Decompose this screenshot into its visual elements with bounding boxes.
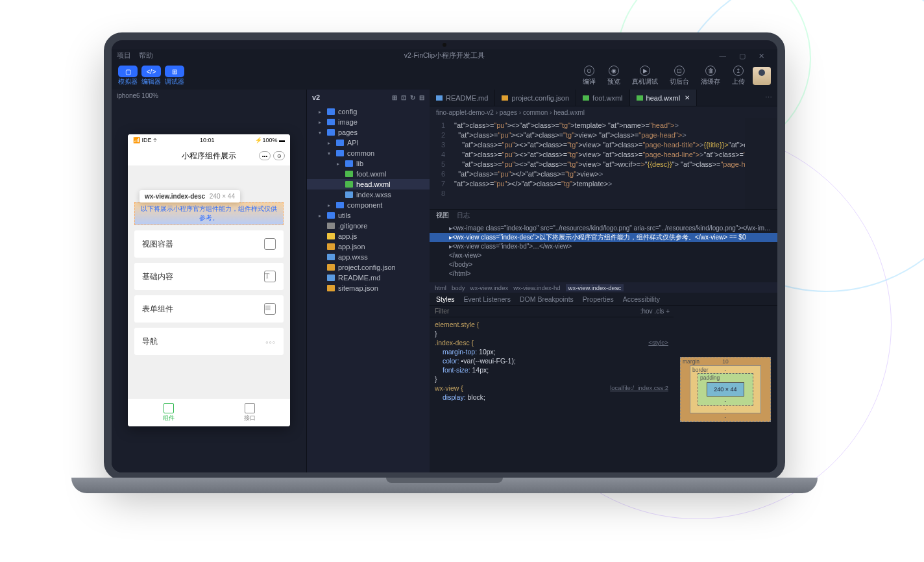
menubar: 项目 帮助 v2-FinClip小程序开发工具 — ▢ ✕	[112, 49, 777, 62]
form-icon	[264, 303, 276, 315]
mode-buttons: ▢ 模拟器 </> 编辑器 ⊞ 调试器	[118, 66, 184, 86]
new-file-icon[interactable]: ⊞	[392, 94, 397, 101]
main-layout: iphone6 100% 📶 IDE ᯤ 10:01 ⚡100% ▬ 小程序组件…	[112, 90, 777, 472]
dom-breadcrumb[interactable]: htmlbodywx-view.indexwx-view.index-hdwx-…	[430, 282, 777, 293]
collapse-icon[interactable]: ⊟	[419, 94, 424, 101]
tab-view[interactable]: 视图	[436, 211, 449, 220]
dom-tree[interactable]: ▸<wx-image class="index-logo" src="../re…	[430, 221, 777, 282]
subtab-dom-breakpoints[interactable]: DOM Breakpoints	[520, 295, 574, 303]
tree-item-foot.wxml[interactable]: foot.wxml	[307, 169, 430, 179]
api-icon	[245, 403, 255, 413]
laptop-base	[71, 478, 818, 493]
subtab-event-listeners[interactable]: Event Listeners	[464, 295, 511, 303]
editor-tab-README.md[interactable]: README.md	[430, 90, 495, 106]
maximize-icon[interactable]: ▢	[739, 52, 746, 60]
subtab-properties[interactable]: Properties	[583, 295, 614, 303]
tree-item-index.wxss[interactable]: index.wxss	[307, 189, 430, 200]
capsule-menu-icon[interactable]: •••	[259, 151, 271, 160]
tree-item-sitemap.json[interactable]: sitemap.json	[307, 283, 430, 293]
debugger-icon: ⊞	[165, 66, 184, 77]
list-item[interactable]: 视图容器	[134, 230, 284, 258]
tool-compile[interactable]: ⊙编译	[583, 66, 596, 86]
phone-statusbar: 📶 IDE ᯤ 10:01 ⚡100% ▬	[128, 134, 290, 146]
status-time: 10:01	[200, 137, 215, 143]
subtab-accessibility[interactable]: Accessibility	[623, 295, 660, 303]
minimap[interactable]	[745, 118, 777, 209]
editor-tab-head.wxml[interactable]: head.wxml✕	[630, 90, 698, 106]
background-icon: ⊡	[674, 66, 685, 76]
tree-item-common[interactable]: ▾common	[307, 148, 430, 158]
dom-crumb[interactable]: wx-view.index	[470, 284, 509, 291]
subtab-styles[interactable]: Styles	[436, 295, 455, 303]
line-gutter: 12345678	[430, 118, 450, 209]
dom-crumb[interactable]: wx-view.index-desc	[566, 284, 624, 291]
editor-panel: README.mdproject.config.jsonfoot.wxmlhea…	[430, 90, 777, 472]
tree-item-head.wxml[interactable]: head.wxml	[307, 179, 430, 189]
dom-crumb[interactable]: wx-view.index-hd	[513, 284, 560, 291]
tree-item-README.md[interactable]: README.md	[307, 273, 430, 283]
devtools-subtabs: Styles Event Listeners DOM Breakpoints P…	[430, 293, 777, 306]
mode-simulator[interactable]: ▢ 模拟器	[118, 66, 138, 86]
tool-preview[interactable]: ◉预览	[607, 66, 620, 86]
user-avatar[interactable]	[753, 67, 771, 85]
tab-api[interactable]: 接口	[209, 398, 290, 426]
breadcrumb[interactable]: fino-applet-demo-v2 › pages › common › h…	[430, 106, 777, 118]
inspected-element[interactable]: 以下将展示小程序官方组件能力，组件样式仅供参考。	[134, 202, 284, 225]
styles-filter-input[interactable]	[430, 308, 637, 315]
phone-mockup: 📶 IDE ᯤ 10:01 ⚡100% ▬ 小程序组件展示 ••• ⊙	[128, 134, 290, 426]
tool-upload[interactable]: ↥上传	[732, 66, 745, 86]
dom-crumb[interactable]: html	[435, 284, 446, 291]
file-tree-panel: v2 ⊞ ⊡ ↻ ⊟ ▸config▸image▾pages▸API▾commo…	[306, 90, 430, 472]
mode-debugger[interactable]: ⊞ 调试器	[165, 66, 184, 86]
menu-help[interactable]: 帮助	[139, 51, 153, 60]
code-body[interactable]: "at">class>="pu"><>"at">class>="tg">temp…	[450, 118, 745, 209]
mode-editor[interactable]: </> 编辑器	[141, 66, 161, 86]
container-icon	[264, 238, 276, 250]
tree-item-project.config.json[interactable]: project.config.json	[307, 262, 430, 273]
tool-background[interactable]: ⊡切后台	[670, 66, 689, 86]
new-folder-icon[interactable]: ⊡	[401, 94, 406, 101]
tree-item-image[interactable]: ▸image	[307, 117, 430, 127]
tabs-more-icon[interactable]: ⋯	[760, 93, 777, 102]
tab-log[interactable]: 日志	[457, 211, 470, 220]
devtools-top-tabs: 视图 日志	[430, 210, 777, 221]
phone-body: wx-view.index-desc 240 × 44 以下将展示小程序官方组件…	[128, 165, 290, 398]
list-item[interactable]: 表单组件	[134, 295, 284, 323]
tool-actions: ⊙编译 ◉预览 ▶真机调试 ⊡切后台 🗑清缓存 ↥上传	[583, 66, 745, 86]
device-info[interactable]: iphone6 100%	[112, 90, 306, 102]
capsule-close-icon[interactable]: ⊙	[273, 151, 285, 160]
tree-item-app.wxss[interactable]: app.wxss	[307, 252, 430, 262]
filter-controls[interactable]: :hov .cls +	[637, 308, 674, 315]
laptop-mockup: 项目 帮助 v2-FinClip小程序开发工具 — ▢ ✕ ▢ 模拟器	[104, 32, 798, 526]
editor-tab-project.config.json[interactable]: project.config.json	[495, 90, 576, 106]
code-editor[interactable]: 12345678 "at">class>="pu"><>"at">class>=…	[430, 118, 777, 209]
tree-item-app.js[interactable]: app.js	[307, 231, 430, 241]
tree-item-config[interactable]: ▸config	[307, 106, 430, 117]
tree-item-utils[interactable]: ▸utils	[307, 210, 430, 221]
css-rules[interactable]: element.style { } <style>.index-desc { m…	[430, 317, 674, 472]
tree-item-lib[interactable]: ▸lib	[307, 158, 430, 169]
dom-crumb[interactable]: body	[452, 284, 465, 291]
simulator-icon: ▢	[118, 66, 138, 77]
tree-item-component[interactable]: ▸component	[307, 200, 430, 210]
tab-components[interactable]: 组件	[128, 398, 209, 426]
list-item[interactable]: 基础内容	[134, 263, 284, 290]
file-tree[interactable]: ▸config▸image▾pages▸API▾common▸lib foot.…	[307, 105, 430, 472]
editor-icon: </>	[141, 66, 161, 77]
tool-clear-cache[interactable]: 🗑清缓存	[701, 66, 720, 86]
box-content-size: 240 × 44	[707, 382, 744, 397]
simulator-panel: iphone6 100% 📶 IDE ᯤ 10:01 ⚡100% ▬ 小程序组件…	[112, 90, 306, 472]
list-item[interactable]: 导航	[134, 328, 284, 355]
editor-tab-foot.wxml[interactable]: foot.wxml	[576, 90, 629, 106]
tree-item-API[interactable]: ▸API	[307, 138, 430, 148]
tree-item-pages[interactable]: ▾pages	[307, 127, 430, 138]
compile-icon: ⊙	[584, 66, 594, 76]
tree-item-.gitignore[interactable]: .gitignore	[307, 221, 430, 231]
minimize-icon[interactable]: —	[720, 52, 727, 60]
menu-project[interactable]: 项目	[117, 51, 131, 60]
close-icon[interactable]: ✕	[759, 52, 764, 60]
refresh-icon[interactable]: ↻	[410, 94, 415, 101]
tree-item-app.json[interactable]: app.json	[307, 241, 430, 252]
status-right: ⚡100% ▬	[255, 137, 285, 143]
tool-remote-debug[interactable]: ▶真机调试	[632, 66, 658, 86]
